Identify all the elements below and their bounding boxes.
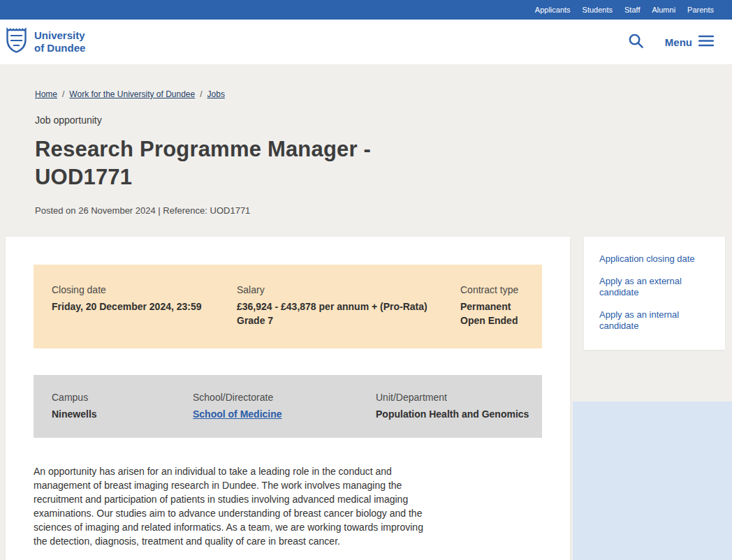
application-closing-date-link[interactable]: Application closing date	[599, 253, 711, 265]
site-header: University of Dundee Menu	[0, 20, 732, 64]
apply-internal-candidate-link[interactable]: Apply as an internal candidate	[599, 309, 711, 332]
breadcrumb-separator: /	[62, 89, 64, 99]
closing-date-value: Friday, 20 December 2024, 23:59	[52, 300, 237, 314]
logo-line-1: University	[34, 29, 85, 42]
content-row: Closing date Friday, 20 December 2024, 2…	[6, 237, 732, 560]
job-details-card: Closing date Friday, 20 December 2024, 2…	[6, 237, 570, 560]
utility-link-students[interactable]: Students	[583, 6, 613, 14]
page-title: Research Programme Manager - UOD1771	[35, 135, 440, 191]
university-logo[interactable]: University of Dundee	[6, 27, 85, 57]
breadcrumb-work-for-uod[interactable]: Work for the University of Dundee	[69, 89, 195, 99]
job-summary-box: Closing date Friday, 20 December 2024, 2…	[34, 265, 542, 348]
sidebar-actions-card: Application closing date Apply as an ext…	[584, 237, 725, 350]
header-actions: Menu	[628, 33, 714, 51]
utility-link-staff[interactable]: Staff	[624, 6, 640, 14]
unit-department-field: Unit/Department Population Health and Ge…	[376, 392, 542, 421]
salary-grade: Grade 7	[237, 314, 460, 327]
campus-value: Ninewells	[52, 407, 193, 421]
breadcrumb-home[interactable]: Home	[35, 89, 57, 99]
contract-type-field: Contract type Permanent Open Ended	[460, 284, 542, 327]
breadcrumb: Home / Work for the University of Dundee…	[35, 89, 732, 99]
contract-type-label: Contract type	[460, 284, 542, 295]
campus-field: Campus Ninewells	[52, 392, 193, 421]
page-intro: Home / Work for the University of Dundee…	[0, 89, 732, 216]
utility-link-applicants[interactable]: Applicants	[535, 6, 571, 14]
salary-label: Salary	[237, 284, 460, 295]
menu-label: Menu	[665, 36, 692, 48]
job-location-box: Campus Ninewells School/Directorate Scho…	[34, 375, 542, 438]
logo-line-2: of Dundee	[34, 42, 85, 54]
sidebar: Application closing date Apply as an ext…	[584, 237, 725, 350]
contract-type-value-2: Open Ended	[460, 314, 542, 327]
page-eyebrow: Job opportunity	[35, 115, 732, 126]
salary-value: £36,924 - £43,878 per annum + (Pro-Rata)	[237, 300, 460, 314]
logo-wordmark: University of Dundee	[34, 29, 85, 54]
apply-external-candidate-link[interactable]: Apply as an external candidate	[599, 276, 711, 298]
closing-date-field: Closing date Friday, 20 December 2024, 2…	[52, 284, 237, 327]
closing-date-label: Closing date	[52, 284, 237, 295]
school-directorate-label: School/Directorate	[193, 392, 376, 403]
utility-bar: Applicants Students Staff Alumni Parents	[0, 0, 732, 20]
search-button[interactable]	[628, 33, 644, 51]
utility-link-alumni[interactable]: Alumni	[652, 6, 675, 14]
hamburger-icon	[698, 35, 714, 49]
breadcrumb-jobs[interactable]: Jobs	[207, 89, 225, 99]
campus-label: Campus	[52, 392, 193, 403]
unit-department-label: Unit/Department	[376, 392, 542, 403]
shield-crest-icon	[6, 27, 27, 57]
salary-field: Salary £36,924 - £43,878 per annum + (Pr…	[237, 284, 460, 327]
breadcrumb-separator: /	[200, 89, 202, 99]
utility-link-parents[interactable]: Parents	[687, 6, 714, 14]
search-icon	[628, 33, 644, 51]
contract-type-value-1: Permanent	[460, 300, 542, 314]
job-description-paragraph: An opportunity has arisen for an individ…	[34, 464, 425, 548]
unit-department-value: Population Health and Genomics	[376, 407, 542, 421]
school-of-medicine-link[interactable]: School of Medicine	[193, 408, 282, 420]
school-directorate-field: School/Directorate School of Medicine	[193, 392, 376, 421]
menu-button[interactable]: Menu	[665, 35, 714, 49]
posted-reference-meta: Posted on 26 November 2024 | Reference: …	[35, 205, 732, 216]
